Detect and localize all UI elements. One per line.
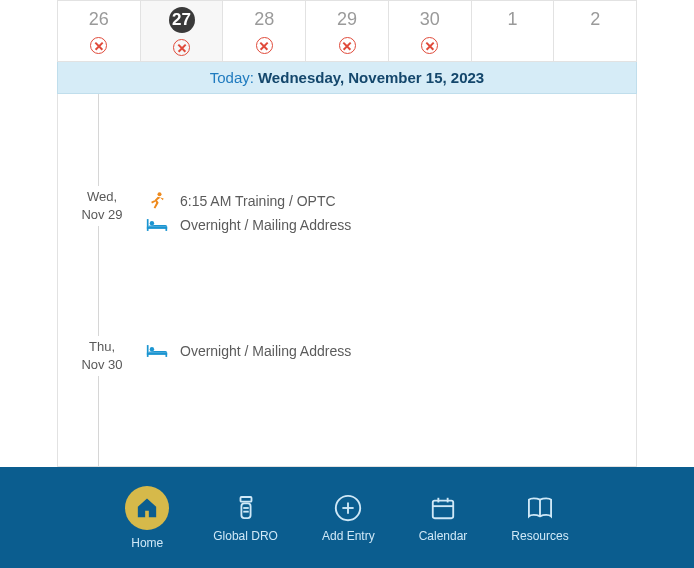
calendar-day-cell[interactable]: 26 (57, 0, 141, 62)
x-circle-icon (173, 39, 190, 56)
agenda-day-label: Thu,Nov 30 (70, 336, 134, 376)
home-icon (125, 486, 169, 530)
nav-global-dro[interactable]: Global DRO (213, 493, 278, 543)
timeline-line (98, 94, 99, 166)
x-circle-icon (421, 37, 438, 54)
svg-point-4 (158, 192, 162, 196)
calendar-day-number: 30 (420, 7, 440, 31)
svg-rect-12 (165, 353, 167, 357)
calendar-day-cell[interactable]: 30 (389, 0, 472, 62)
today-bar[interactable]: Today: Wednesday, November 15, 2023 (57, 62, 637, 94)
agenda-event[interactable]: 6:15 AM Training / OPTC (146, 192, 636, 210)
agenda-event-text: Overnight / Mailing Address (180, 217, 351, 233)
bed-icon (146, 216, 168, 234)
calendar-day-cell[interactable]: 2 (554, 0, 637, 62)
calendar-day-cell[interactable]: 27 (141, 0, 224, 62)
nav-add-label: Add Entry (322, 529, 375, 543)
book-icon (525, 493, 555, 523)
agenda-event[interactable]: Overnight / Mailing Address (146, 342, 636, 360)
pill-bottle-icon (231, 493, 261, 523)
nav-resources[interactable]: Resources (511, 493, 568, 543)
bottom-nav: Home Global DRO Add Entry (0, 467, 694, 568)
plus-circle-icon (333, 493, 363, 523)
agenda-event-text: 6:15 AM Training / OPTC (180, 193, 336, 209)
x-circle-icon (256, 37, 273, 54)
agenda-day: Wed,Nov 296:15 AM Training / OPTCOvernig… (58, 166, 636, 316)
nav-home[interactable]: Home (125, 486, 169, 550)
svg-rect-8 (165, 227, 167, 231)
agenda-day: Thu,Nov 30Overnight / Mailing Address (58, 316, 636, 466)
agenda-event[interactable]: Overnight / Mailing Address (146, 216, 636, 234)
agenda-events: Overnight / Mailing Address (146, 316, 636, 466)
agenda-events: Overnight / Mailing Address (146, 94, 636, 166)
nav-calendar[interactable]: Calendar (419, 493, 468, 543)
svg-rect-11 (147, 353, 167, 355)
calendar-day-number: 1 (507, 7, 517, 31)
today-label: Today: (210, 69, 254, 86)
agenda-day-rail: Wed,Nov 29 (58, 166, 146, 316)
calendar-week-row: 262728293012 (57, 0, 637, 62)
agenda-day-label: Wed,Nov 29 (70, 186, 134, 226)
calendar-day-number: 26 (89, 7, 109, 31)
calendar-day-cell[interactable]: 29 (306, 0, 389, 62)
bed-icon (146, 342, 168, 360)
running-icon (146, 192, 168, 210)
nav-add-entry[interactable]: Add Entry (322, 493, 375, 543)
agenda-day-date: Nov 30 (70, 356, 134, 374)
svg-rect-20 (433, 500, 453, 518)
svg-point-6 (150, 221, 154, 225)
agenda-day: Tue,Nov 28Overnight / Mailing Address (58, 94, 636, 166)
agenda-scroll[interactable]: Tue,Nov 28Overnight / Mailing AddressWed… (58, 94, 636, 466)
today-date: Wednesday, November 15, 2023 (258, 69, 484, 86)
agenda-event-text: Overnight / Mailing Address (180, 343, 351, 359)
calendar-day-number: 29 (337, 7, 357, 31)
calendar-day-cell[interactable]: 1 (472, 0, 555, 62)
agenda-day-date: Nov 29 (70, 206, 134, 224)
agenda-day-weekday: Wed, (70, 188, 134, 206)
agenda-day-weekday: Thu, (70, 338, 134, 356)
calendar-day-cell[interactable]: 28 (223, 0, 306, 62)
svg-rect-13 (240, 497, 251, 502)
x-circle-icon (90, 37, 107, 54)
svg-point-10 (150, 347, 154, 351)
svg-rect-5 (147, 219, 149, 231)
nav-resources-label: Resources (511, 529, 568, 543)
calendar-day-number: 27 (169, 7, 195, 33)
svg-rect-9 (147, 345, 149, 357)
nav-dro-label: Global DRO (213, 529, 278, 543)
nav-calendar-label: Calendar (419, 529, 468, 543)
calendar-day-number: 28 (254, 7, 274, 31)
calendar-icon (428, 493, 458, 523)
agenda-panel: Tue,Nov 28Overnight / Mailing AddressWed… (57, 94, 637, 467)
calendar-day-number: 2 (590, 7, 600, 31)
agenda-day-rail: Tue,Nov 28 (58, 94, 146, 166)
nav-home-label: Home (131, 536, 163, 550)
agenda-day-rail: Thu,Nov 30 (58, 316, 146, 466)
agenda-events: 6:15 AM Training / OPTCOvernight / Maili… (146, 166, 636, 316)
svg-rect-7 (147, 227, 167, 229)
x-circle-icon (339, 37, 356, 54)
